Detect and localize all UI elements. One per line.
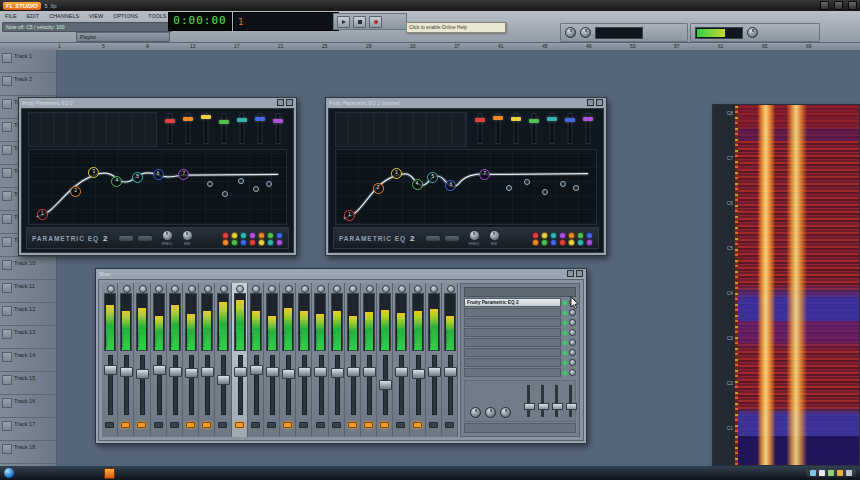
pan-knob[interactable] [123, 285, 131, 293]
band-mini-knob[interactable] [568, 239, 575, 246]
mute-led[interactable] [235, 422, 244, 428]
band-handle-inactive[interactable] [560, 181, 566, 187]
master-volume-knob[interactable] [565, 27, 576, 38]
fx-enable-led[interactable] [563, 331, 567, 335]
slider-cap[interactable] [583, 117, 593, 121]
band-gain-slider[interactable] [471, 112, 489, 145]
fader-knob[interactable] [185, 368, 198, 378]
fader-knob[interactable] [282, 369, 295, 379]
band-mini-knob[interactable] [559, 232, 566, 239]
fx-slot-name[interactable] [464, 338, 561, 347]
mixer-eq-knob[interactable] [470, 407, 481, 418]
app-titlebar[interactable]: FL STUDIO 5 .flp [0, 0, 860, 11]
band-mini-knob[interactable] [550, 239, 557, 246]
band-mini-knob[interactable] [222, 239, 229, 246]
eq-option-button[interactable] [137, 235, 153, 242]
fx-enable-led[interactable] [563, 301, 567, 305]
band-gain-slider[interactable] [161, 112, 179, 145]
band-gain-slider[interactable] [489, 112, 507, 145]
mixer-strip[interactable]: Insert 20 [426, 283, 442, 437]
mixer-strip[interactable]: Insert 3 [151, 283, 167, 437]
band-gain-slider[interactable] [579, 112, 597, 145]
volume-fader[interactable] [345, 353, 360, 417]
volume-fader[interactable] [296, 353, 311, 417]
track-icon[interactable] [2, 191, 12, 201]
fx-mix-knob[interactable] [569, 359, 576, 366]
fx-slot[interactable] [464, 328, 576, 337]
fx-slot[interactable] [464, 338, 576, 347]
fx-slot[interactable] [464, 318, 576, 327]
fader-knob[interactable] [347, 367, 360, 377]
pan-knob[interactable] [301, 285, 309, 293]
mixer-strip[interactable]: Insert 8 [232, 283, 248, 437]
tray-icon[interactable] [837, 470, 843, 476]
fx-mix-knob[interactable] [569, 329, 576, 336]
track-header[interactable]: Track 11 [0, 280, 56, 303]
band-handle[interactable]: 4 [412, 179, 423, 190]
pan-knob[interactable] [447, 285, 455, 293]
eq-graph[interactable]: 1234567 [335, 149, 597, 225]
volume-fader[interactable] [215, 353, 230, 417]
fx-slot-name[interactable] [464, 358, 561, 367]
send-slider[interactable] [541, 385, 544, 417]
pan-knob[interactable] [252, 285, 260, 293]
plugin-menu-icon[interactable] [567, 270, 574, 277]
volume-fader[interactable] [426, 353, 441, 417]
track-icon[interactable] [2, 76, 12, 86]
band-handle-inactive[interactable] [238, 178, 244, 184]
mixer-eq-knob[interactable] [485, 407, 496, 418]
track-header[interactable]: Track 12 [0, 303, 56, 326]
track-icon[interactable] [2, 260, 12, 270]
mixer-strip[interactable]: Insert 14 [329, 283, 345, 437]
track-header[interactable]: Track 13 [0, 326, 56, 349]
fx-enable-led[interactable] [563, 371, 567, 375]
mute-led[interactable] [251, 422, 260, 428]
mixer-strip[interactable]: Insert 18 [393, 283, 409, 437]
mixer-titlebar[interactable]: Mixer [96, 269, 586, 278]
volume-fader[interactable] [393, 353, 408, 417]
fader-knob[interactable] [331, 368, 344, 378]
slider-cap[interactable] [255, 117, 265, 121]
mute-led[interactable] [121, 422, 130, 428]
eq-graph[interactable]: 1234567 [28, 149, 287, 225]
tray-icon[interactable] [846, 470, 852, 476]
mute-led[interactable] [154, 422, 163, 428]
mute-led[interactable] [218, 422, 227, 428]
band-handle[interactable]: 1 [37, 209, 48, 220]
mixer-strip[interactable]: Insert 2 [134, 283, 150, 437]
fader-knob[interactable] [298, 367, 311, 377]
fader-knob[interactable] [428, 367, 441, 377]
fader-knob[interactable] [120, 367, 133, 377]
track-icon[interactable] [2, 444, 12, 454]
fx-slot[interactable] [464, 348, 576, 357]
send-slider[interactable] [527, 385, 530, 417]
pan-knob[interactable] [366, 285, 374, 293]
tray-icon[interactable] [810, 470, 816, 476]
track-icon[interactable] [2, 352, 12, 362]
fader-knob[interactable] [444, 367, 457, 377]
band-mini-knob[interactable] [231, 232, 238, 239]
fader-knob[interactable] [266, 367, 279, 377]
mute-led[interactable] [364, 422, 373, 428]
pan-knob[interactable] [349, 285, 357, 293]
mute-led[interactable] [396, 422, 405, 428]
mute-led[interactable] [186, 422, 195, 428]
fx-slot[interactable] [464, 308, 576, 317]
playlist-selector[interactable]: Playlist [76, 32, 170, 42]
mixer-strip[interactable]: Insert 1 [118, 283, 134, 437]
freq-knob[interactable] [469, 230, 480, 241]
band-mini-knob[interactable] [276, 232, 283, 239]
track-icon[interactable] [2, 421, 12, 431]
eq-option-button[interactable] [118, 235, 134, 242]
fx-mix-knob[interactable] [569, 309, 576, 316]
online-help-tooltip[interactable]: Click to enable Online Help [406, 22, 506, 33]
band-gain-slider[interactable] [269, 112, 287, 145]
track-header[interactable]: Track 18 [0, 441, 56, 464]
slider-cap[interactable] [529, 119, 539, 123]
mixer-strip[interactable]: Master [102, 283, 118, 437]
mixer-eq-knob[interactable] [500, 407, 511, 418]
pan-knob[interactable] [268, 285, 276, 293]
fx-footer-slot[interactable] [464, 423, 576, 433]
band-gain-slider[interactable] [197, 112, 215, 145]
track-header[interactable]: Track 16 [0, 395, 56, 418]
